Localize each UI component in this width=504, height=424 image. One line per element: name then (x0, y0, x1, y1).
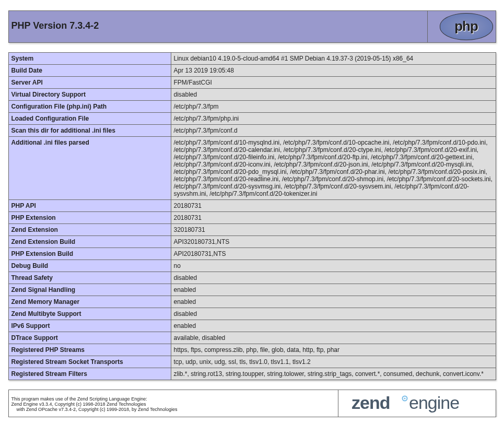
table-row: Zend Extension320180731 (8, 224, 496, 236)
config-key: System (8, 53, 171, 65)
zend-engine-box: This program makes use of the Zend Scrip… (8, 390, 496, 417)
config-key: Scan this dir for additional .ini files (8, 125, 171, 137)
config-key: Thread Safety (8, 272, 171, 284)
config-key: Additional .ini files parsed (8, 137, 171, 200)
config-key: Virtual Directory Support (8, 89, 171, 101)
table-row: Server APIFPM/FastCGI (8, 77, 496, 89)
zend-line-1: This program makes use of the Zend Scrip… (11, 396, 147, 402)
zend-line-3: with Zend OPcache v7.3.4-2, Copyright (c… (11, 407, 178, 412)
table-row: DTrace Supportavailable, disabled (8, 332, 496, 344)
config-value: enabled (171, 296, 496, 308)
table-row: Zend Extension BuildAPI320180731,NTS (8, 236, 496, 248)
config-key: Debug Build (8, 260, 171, 272)
table-row: Additional .ini files parsed/etc/php/7.3… (8, 137, 496, 200)
config-value: 20180731 (171, 212, 496, 224)
config-key: PHP API (8, 200, 171, 212)
config-value: FPM/FastCGI (171, 77, 496, 89)
table-row: Debug Buildno (8, 260, 496, 272)
config-value: enabled (171, 320, 496, 332)
svg-point-2 (404, 398, 405, 399)
config-key: Loaded Configuration File (8, 113, 171, 125)
svg-text:zend: zend (351, 393, 390, 413)
table-row: Registered PHP Streamshttps, ftps, compr… (8, 344, 496, 356)
config-value: Apr 13 2019 19:05:48 (171, 65, 496, 77)
config-value: API20180731,NTS (171, 248, 496, 260)
table-row: PHP Extension BuildAPI20180731,NTS (8, 248, 496, 260)
table-row: Zend Signal Handlingenabled (8, 284, 496, 296)
config-key: Server API (8, 77, 171, 89)
zend-line-2: Zend Engine v3.3.4, Copyright (c) 1998-2… (11, 402, 146, 407)
config-key: Configuration File (php.ini) Path (8, 101, 171, 113)
config-key: IPv6 Support (8, 320, 171, 332)
config-key: Registered PHP Streams (8, 344, 171, 356)
config-key: PHP Extension (8, 212, 171, 224)
table-row: Scan this dir for additional .ini files/… (8, 125, 496, 137)
config-key: Registered Stream Filters (8, 368, 171, 380)
phpinfo-table: SystemLinux debian10 4.19.0-5-cloud-amd6… (8, 52, 496, 380)
table-row: PHP Extension20180731 (8, 212, 496, 224)
config-value: available, disabled (171, 332, 496, 344)
config-value: 20180731 (171, 200, 496, 212)
config-key: Registered Stream Socket Transports (8, 356, 171, 368)
table-row: Build DateApr 13 2019 19:05:48 (8, 65, 496, 77)
table-row: Loaded Configuration File/etc/php/7.3/fp… (8, 113, 496, 125)
config-value: /etc/php/7.3/fpm/conf.d (171, 125, 496, 137)
php-logo-icon: php (440, 13, 493, 40)
table-row: Virtual Directory Supportdisabled (8, 89, 496, 101)
table-row: SystemLinux debian10 4.19.0-5-cloud-amd6… (8, 53, 496, 65)
config-value: 320180731 (171, 224, 496, 236)
config-value: tcp, udp, unix, udg, ssl, tls, tlsv1.0, … (171, 356, 496, 368)
config-value: https, ftps, compress.zlib, php, file, g… (171, 344, 496, 356)
config-value: disabled (171, 308, 496, 320)
table-row: IPv6 Supportenabled (8, 320, 496, 332)
config-value: /etc/php/7.3/fpm/conf.d/10-mysqlnd.ini, … (171, 137, 496, 200)
config-value: no (171, 260, 496, 272)
config-key: Build Date (8, 65, 171, 77)
page-title: PHP Version 7.3.4-2 (11, 20, 425, 31)
config-key: Zend Memory Manager (8, 296, 171, 308)
config-key: PHP Extension Build (8, 248, 171, 260)
table-row: Zend Memory Managerenabled (8, 296, 496, 308)
config-value: enabled (171, 284, 496, 296)
table-row: PHP API20180731 (8, 200, 496, 212)
svg-text:engine: engine (409, 393, 459, 413)
table-row: Registered Stream Socket Transportstcp, … (8, 356, 496, 368)
table-row: Zend Multibyte Supportdisabled (8, 308, 496, 320)
config-value: disabled (171, 89, 496, 101)
config-key: DTrace Support (8, 332, 171, 344)
table-row: Configuration File (php.ini) Path/etc/ph… (8, 101, 496, 113)
config-value: Linux debian10 4.19.0-5-cloud-amd64 #1 S… (171, 53, 496, 65)
zend-engine-logo-icon: zend engine (351, 407, 493, 415)
table-row: Thread Safetydisabled (8, 272, 496, 284)
config-value: zlib.*, string.rot13, string.toupper, st… (171, 368, 496, 380)
table-row: Registered Stream Filterszlib.*, string.… (8, 368, 496, 380)
config-key: Zend Extension Build (8, 236, 171, 248)
config-value: /etc/php/7.3/fpm (171, 101, 496, 113)
config-value: API320180731,NTS (171, 236, 496, 248)
config-value: disabled (171, 272, 496, 284)
config-value: /etc/php/7.3/fpm/php.ini (171, 113, 496, 125)
config-key: Zend Signal Handling (8, 284, 171, 296)
header-banner: PHP Version 7.3.4-2 php (8, 10, 496, 43)
config-key: Zend Extension (8, 224, 171, 236)
config-key: Zend Multibyte Support (8, 308, 171, 320)
